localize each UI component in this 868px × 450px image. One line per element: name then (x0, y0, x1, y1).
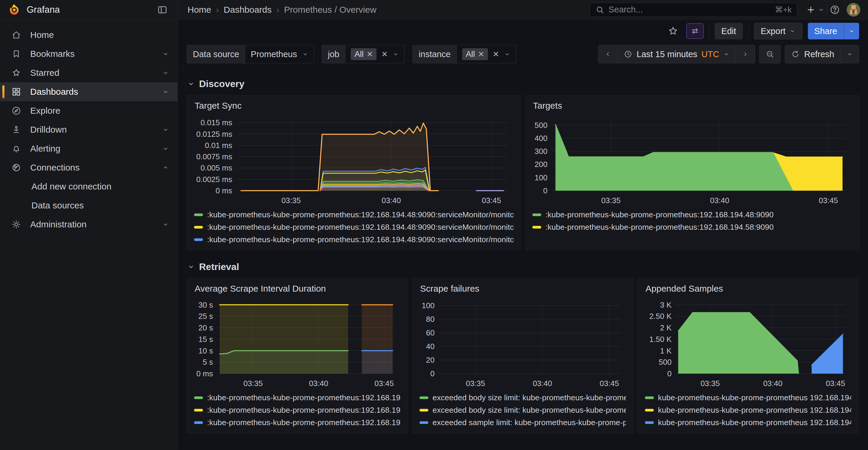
panel-row-discovery: Target Sync 03:3503:4003:450 ms0.0025 ms… (187, 95, 859, 250)
legend-item[interactable]: :kube-prometheus-kube-prome-prometheus:1… (194, 221, 514, 233)
instance-selected-chip[interactable]: All ✕ (462, 48, 488, 60)
sidebar-item-add-new-connection[interactable]: Add new connection (0, 177, 178, 196)
sidebar-item-drilldown[interactable]: Drilldown (0, 120, 178, 139)
legend-item[interactable]: exceeded body size limit: kube-prometheu… (420, 391, 626, 404)
search-box[interactable]: ⌘+k (590, 3, 797, 17)
zoom-out-button[interactable] (759, 45, 781, 63)
chevron-up-icon[interactable] (162, 164, 169, 171)
breadcrumb-separator: › (276, 5, 279, 15)
panel-title[interactable]: Target Sync (195, 101, 514, 111)
panel-title[interactable]: Average Scrape Interval Duration (195, 284, 401, 294)
y-tick-label: 400 (535, 134, 548, 143)
panel-avg-scrape-interval: Average Scrape Interval Duration 03:3503… (187, 278, 408, 433)
edit-label: Edit (721, 26, 736, 36)
sidebar-item-home[interactable]: Home (0, 26, 178, 44)
remove-value-icon[interactable]: ✕ (367, 50, 373, 59)
panel-title[interactable]: Appended Samples (646, 284, 851, 294)
sidebar-nav: Home Bookmarks Starred Dashboards Explor… (0, 20, 178, 450)
legend-item[interactable]: :kube-prometheus-kube-prome-prometheus:1… (194, 416, 401, 429)
help-button[interactable] (827, 2, 842, 18)
instance-variable-picker[interactable]: instance All ✕ ✕ (412, 45, 516, 63)
job-variable-picker[interactable]: job All ✕ ✕ (322, 45, 405, 63)
sidebar-item-alerting[interactable]: Alerting (0, 139, 178, 158)
legend-item[interactable]: :kube-prometheus-kube-prome-prometheus:1… (532, 221, 852, 233)
sidebar-item-dashboards[interactable]: Dashboards (0, 82, 178, 101)
sidebar-item-label: Alerting (30, 143, 153, 154)
chart-svg[interactable]: 03:3503:4003:450 ms0.0025 ms0.005 ms0.00… (194, 113, 514, 207)
legend-item[interactable]: exceeded sample limit: kube-prometheus-k… (420, 416, 626, 429)
y-tick-label: 0.01 ms (205, 141, 232, 150)
datasource-value[interactable]: Prometheus (251, 50, 297, 59)
legend-item[interactable]: kube-prometheus-kube-prome-prometheus 19… (645, 404, 851, 416)
time-shift-forward-button[interactable] (736, 45, 755, 63)
time-range-picker[interactable]: Last 15 minutes UTC (618, 45, 736, 63)
legend-item[interactable]: :kube-prometheus-kube-prome-prometheus:1… (194, 404, 401, 416)
section-header-discovery[interactable]: Discovery (187, 75, 859, 92)
chevron-down-icon[interactable] (162, 126, 169, 133)
toolbar-divider (709, 25, 709, 38)
chart-svg[interactable]: 03:3503:4003:45020406080100 (420, 296, 626, 390)
y-tick-label: 60 (426, 328, 435, 337)
y-tick-label: 0.0075 ms (196, 152, 232, 161)
legend-item[interactable]: kube-prometheus-kube-prome-prometheus 19… (645, 416, 851, 429)
swap-arrows-icon (690, 26, 700, 36)
chart-svg[interactable]: 03:3503:4003:450100200300400500 (532, 113, 852, 207)
sidebar-item-starred[interactable]: Starred (0, 63, 178, 82)
x-tick-label: 03:45 (599, 379, 619, 388)
search-input[interactable] (609, 5, 771, 14)
legend-item[interactable]: :kube-prometheus-kube-prome-prometheus:1… (194, 391, 401, 404)
y-tick-label: 1 K (660, 346, 672, 355)
y-tick-label: 500 (535, 121, 548, 130)
refresh-interval-button[interactable] (840, 45, 859, 63)
sidebar-item-bookmarks[interactable]: Bookmarks (0, 44, 178, 63)
breadcrumb-dashboards[interactable]: Dashboards (224, 5, 272, 15)
chart-svg[interactable]: 03:3503:4003:4505001 K1.50 K2 K2.50 K3 K (645, 296, 851, 390)
breadcrumb-home[interactable]: Home (188, 5, 211, 15)
share-options-button[interactable] (844, 23, 859, 39)
y-tick-label: 0 ms (216, 186, 232, 195)
chevron-down-icon[interactable] (162, 50, 169, 58)
legend-item[interactable]: kube-prometheus-kube-prome-prometheus 19… (645, 391, 851, 404)
legend-item[interactable]: :kube-prometheus-kube-prome-prometheus:1… (194, 208, 514, 221)
edit-button[interactable]: Edit (715, 23, 743, 39)
panel-left-icon (157, 4, 168, 15)
clear-all-icon[interactable]: ✕ (493, 50, 499, 59)
share-button[interactable]: Share (808, 23, 844, 39)
y-tick-label: 0.0125 ms (196, 130, 232, 138)
sidebar-toggle-button[interactable] (155, 2, 170, 18)
sidebar-item-explore[interactable]: Explore (0, 101, 178, 120)
sidebar-item-connections[interactable]: Connections (0, 158, 178, 177)
datasource-picker[interactable]: Data source Prometheus (187, 45, 314, 63)
time-shift-back-button[interactable] (598, 45, 618, 63)
export-button[interactable]: Export (754, 23, 803, 39)
series-color-marker (194, 238, 203, 241)
job-selected-chip[interactable]: All ✕ (351, 48, 376, 60)
compare-panels-button[interactable] (686, 23, 704, 39)
gear-icon (11, 219, 21, 229)
chevron-down-icon[interactable] (162, 145, 169, 152)
x-tick-label: 03:35 (601, 196, 621, 205)
refresh-button[interactable]: Refresh (785, 45, 840, 63)
remove-value-icon[interactable]: ✕ (478, 50, 484, 59)
avatar[interactable] (847, 3, 860, 17)
clear-all-icon[interactable]: ✕ (381, 50, 388, 59)
chevron-down-icon (848, 28, 855, 34)
y-tick-label: 0 (430, 369, 435, 378)
chart-svg[interactable]: 03:3503:4003:450 ms5 s10 s15 s20 s25 s30… (194, 296, 401, 390)
legend-item[interactable]: exceeded body size limit: kube-prometheu… (420, 404, 626, 416)
section-header-retrieval[interactable]: Retrieval (187, 258, 859, 275)
chevron-down-icon[interactable] (162, 221, 169, 228)
panel-title[interactable]: Targets (533, 101, 852, 111)
sidebar-item-data-sources[interactable]: Data sources (0, 196, 178, 215)
legend-item[interactable]: :kube-prometheus-kube-prome-prometheus:1… (532, 208, 852, 221)
legend-item[interactable]: :kube-prometheus-kube-prome-prometheus:1… (194, 233, 514, 246)
dashboards-grid-icon (11, 87, 21, 97)
chevron-down-icon[interactable] (162, 69, 169, 76)
home-icon (11, 30, 21, 40)
sidebar-item-administration[interactable]: Administration (0, 215, 178, 234)
series-color-marker (532, 214, 541, 216)
star-dashboard-button[interactable] (665, 23, 681, 39)
panel-title[interactable]: Scrape failures (420, 284, 626, 294)
chevron-down-icon[interactable] (162, 88, 169, 95)
add-new-button[interactable] (804, 3, 827, 17)
